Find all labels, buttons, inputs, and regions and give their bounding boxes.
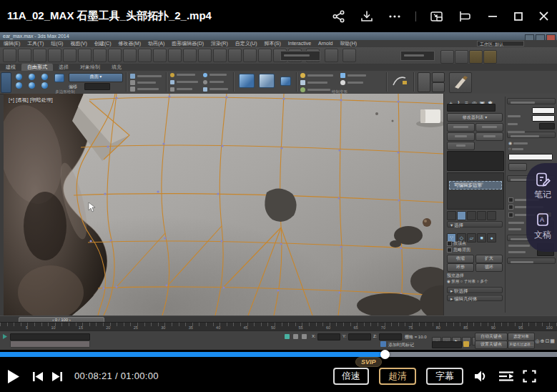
- viewport: [+] [透视] [明暗处理]: [4, 94, 443, 315]
- toolbar-icon: [3, 49, 16, 62]
- key-filters-button: 关键点过滤器...: [508, 340, 535, 349]
- shrink-button: 收缩: [447, 255, 474, 263]
- toolbar-icon: [213, 49, 227, 62]
- minimize-icon[interactable]: [486, 10, 499, 23]
- panel-button: [475, 132, 503, 141]
- playlist-icon[interactable]: [498, 371, 514, 385]
- previous-button[interactable]: [32, 371, 44, 385]
- cursor: [89, 202, 95, 212]
- ribbon-body: 曲面 ▾ 偏移 多边形绘制: [0, 71, 557, 94]
- fullscreen-icon[interactable]: [523, 370, 536, 386]
- seek-bar[interactable]: [0, 349, 557, 359]
- coord-y-field: [348, 333, 371, 340]
- render-icon: [469, 50, 483, 64]
- loop-button: 循环: [475, 263, 503, 272]
- rollout-edit-geometry: ▸ 编辑几何体: [447, 295, 503, 301]
- download-icon[interactable]: [360, 9, 374, 24]
- coord-x-field: [317, 333, 340, 340]
- max-window-title: ear_max.max - 3ds Max 2014: [3, 34, 69, 39]
- time-display: 00:08:21 / 01:00:00: [74, 371, 159, 381]
- toolbar-icon: [18, 49, 31, 62]
- tick-label: 95: [518, 325, 523, 330]
- guide-curve-icon: [392, 74, 408, 88]
- screen: 11A_02_MAX 石墨工具_头部拓扑_2_.mp4 ear_max.max …: [0, 0, 557, 392]
- tick-label: 55: [298, 325, 302, 330]
- max-status-bar: X: Y: Z: 栅格 = 10.0 添加时间标记 «‹▶›» 自动关键点 设置…: [0, 330, 557, 350]
- svip-badge[interactable]: SVIP: [355, 357, 382, 367]
- mini-player-icon[interactable]: [430, 9, 445, 24]
- menu-item: 视图(V): [70, 40, 87, 47]
- docs-button[interactable]: A 文稿: [526, 212, 557, 241]
- tick-label: 75: [408, 325, 413, 330]
- relax-icon: [239, 74, 255, 88]
- ignore-backfacing-checkbox: 忽略背面: [447, 247, 470, 253]
- menu-item: 组(G): [51, 40, 63, 47]
- byvert-checkbox: 按顶点: [447, 240, 466, 247]
- panel-button: [475, 123, 503, 132]
- workspace-selector: 工作区: 默认: [477, 41, 524, 46]
- menu-item: 创建(C): [94, 40, 112, 47]
- toolbar-icon: [63, 49, 77, 62]
- time-tag-icon: [380, 341, 386, 347]
- polydraw-brush-icon: [41, 82, 48, 89]
- polydraw-brush-icon: [16, 82, 22, 89]
- listener-field: [10, 340, 90, 348]
- seek-track[interactable]: [0, 352, 557, 357]
- close-icon[interactable]: [538, 10, 550, 22]
- share-icon[interactable]: [332, 9, 346, 24]
- tick-label: 30: [161, 325, 165, 330]
- constrain-icon: [259, 74, 275, 88]
- quality-button[interactable]: 超清: [379, 368, 416, 385]
- modifier-list-dropdown: 修改器列表 ▾: [447, 113, 503, 122]
- maximize-icon[interactable]: [513, 11, 524, 22]
- menu-item: 工具(T): [27, 40, 44, 47]
- toolbar-icon: [228, 49, 242, 62]
- svg-text:A: A: [540, 216, 544, 223]
- tick-numbers: 5101520253035404550556065707580859095100: [26, 325, 553, 330]
- tick-label: 65: [353, 325, 358, 330]
- speed-button[interactable]: 倍速: [333, 368, 369, 385]
- polydraw-brush-icon: [41, 74, 48, 80]
- tick-label: 100: [546, 325, 553, 330]
- panel-button: [447, 142, 475, 150]
- viewport-label: [+] [透视] [明暗处理]: [9, 97, 53, 104]
- notes-button[interactable]: 笔记: [526, 172, 557, 201]
- polydraw-brush-icon: [29, 82, 35, 89]
- current-frame-field: [432, 341, 462, 348]
- menu-item: 动画(A): [148, 40, 164, 47]
- video-frame[interactable]: ear_max.max - 3ds Max 2014 编辑(E)工具(T)组(G…: [0, 32, 557, 349]
- menu-item: 帮助(H): [340, 40, 357, 47]
- render-icon: [483, 50, 497, 64]
- toolbar-icon: [78, 49, 92, 62]
- max-title-bar: ear_max.max - 3ds Max 2014: [0, 32, 557, 40]
- ribbon-collapse-icon: [1, 72, 11, 93]
- play-button[interactable]: [7, 369, 20, 387]
- toolbar-icon: [342, 49, 356, 62]
- filter-icon: [302, 334, 307, 339]
- menu-item: 自定义(U): [235, 40, 257, 47]
- side-tools-overlay: 笔记 A 文稿: [526, 163, 557, 252]
- show-end-result-icon: [457, 211, 466, 220]
- more-icon[interactable]: [388, 9, 402, 24]
- toolbar-icon: [48, 49, 61, 62]
- toolbar-icon: [138, 49, 152, 62]
- subtitle-button[interactable]: 字幕: [426, 368, 463, 385]
- toolbar-icon: [243, 49, 257, 62]
- volume-icon[interactable]: [474, 370, 488, 386]
- rollout-selection: ▾ 选择: [447, 221, 503, 227]
- next-button[interactable]: [51, 371, 63, 385]
- tick-label: 45: [244, 325, 248, 330]
- tick-label: 5: [26, 325, 28, 330]
- toolbar-icon: [123, 49, 137, 62]
- toolbar-icon: [33, 49, 46, 62]
- seek-handle[interactable]: [380, 350, 390, 359]
- ribbon-tab-selected: 自由形式: [21, 64, 53, 71]
- menu-item: 图形编辑器(D): [172, 40, 204, 47]
- key-icon: [463, 341, 469, 347]
- max-main-toolbar: [0, 47, 557, 64]
- polydraw-brush-icon: [29, 74, 35, 80]
- menu-item: 修改器(M): [118, 40, 141, 47]
- toolbar-icon: [455, 50, 468, 64]
- dock-window-icon[interactable]: [458, 9, 473, 24]
- menu-item: Arnold: [318, 40, 332, 47]
